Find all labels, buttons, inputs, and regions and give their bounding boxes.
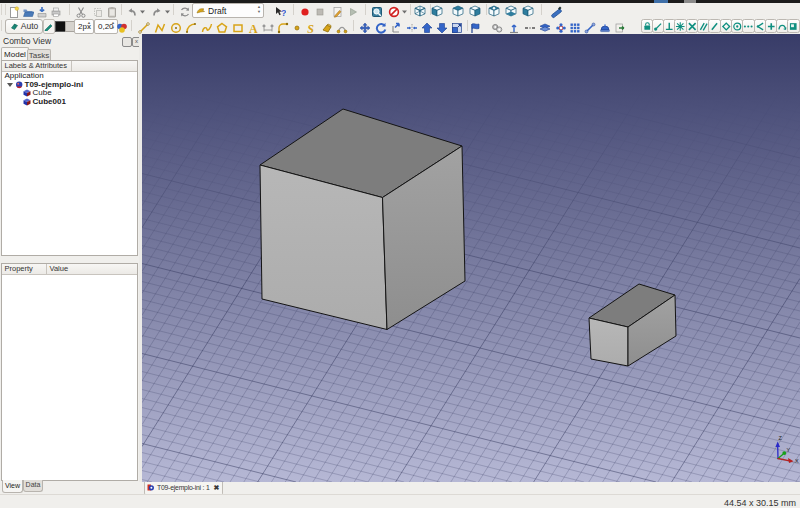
svg-text:Y: Y: [787, 447, 791, 453]
svg-text:A: A: [249, 22, 258, 34]
svg-text:X: X: [795, 458, 799, 464]
svg-text:S: S: [307, 22, 314, 34]
svg-text:?: ?: [281, 8, 286, 18]
